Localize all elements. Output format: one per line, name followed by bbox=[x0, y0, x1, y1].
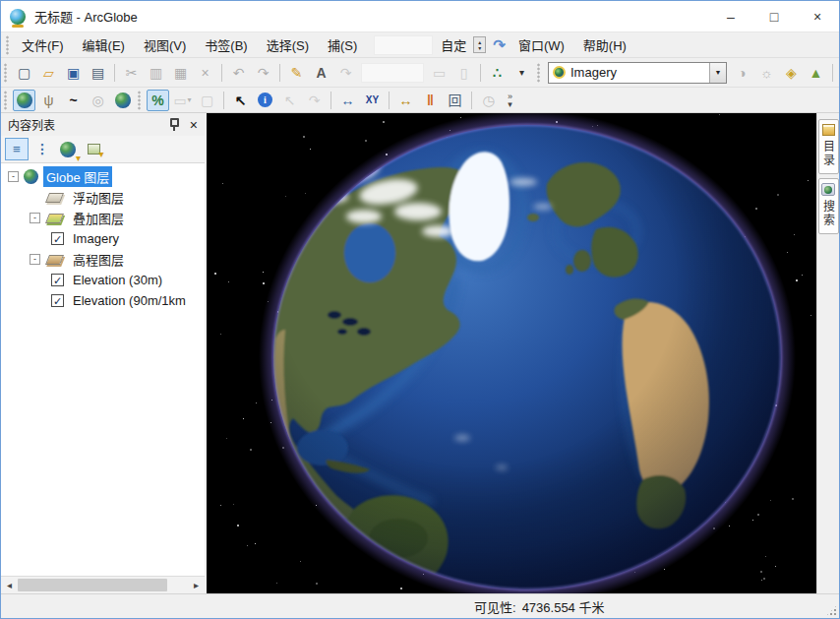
viewer-window-button[interactable]: 回 bbox=[444, 90, 466, 111]
scroll-right-arrow[interactable]: ▸ bbox=[188, 577, 205, 593]
list-by-drawing-order-button[interactable]: ≡ bbox=[5, 138, 29, 160]
toolbar-grip[interactable] bbox=[537, 63, 540, 83]
terrain-layer-icon bbox=[45, 255, 64, 265]
measure-button[interactable]: ↔ bbox=[394, 90, 417, 111]
list-by-selection-button[interactable] bbox=[82, 138, 105, 160]
tree-item-elevation-90m[interactable]: ✓Elevation (90m/1km bbox=[1, 290, 205, 311]
menu-item-1[interactable]: 文件(F) bbox=[14, 32, 72, 57]
layers-gray-layer-icon bbox=[45, 193, 64, 203]
redo-button: ↷ bbox=[252, 62, 274, 84]
globe-viewport[interactable] bbox=[207, 113, 816, 593]
minimize-button[interactable]: – bbox=[709, 1, 752, 31]
toolbar-separator bbox=[114, 64, 115, 82]
toolbar-overflow-button[interactable]: »▾ bbox=[503, 93, 517, 108]
pin-icon[interactable] bbox=[168, 118, 180, 131]
list-by-visibility-button[interactable] bbox=[56, 138, 80, 160]
fly-between-button[interactable]: ↔ bbox=[336, 90, 359, 111]
list-by-visibility-icon bbox=[60, 142, 76, 157]
print-button[interactable]: ▤ bbox=[87, 62, 109, 84]
tree-horizontal-scrollbar[interactable]: ◂ ▸ bbox=[1, 576, 205, 593]
center-target-icon: ◎ bbox=[91, 93, 103, 107]
toolbar-menu-caret-button[interactable]: ▾ bbox=[510, 62, 533, 84]
rotate-view-icon: ↷ bbox=[309, 93, 321, 107]
layer-checkbox[interactable]: ✓ bbox=[51, 274, 64, 286]
layer-combo[interactable]: Imagery▼ bbox=[548, 62, 727, 84]
walk-tool-button[interactable]: ‖ bbox=[419, 90, 442, 111]
menu-item-4[interactable]: 书签(B) bbox=[197, 32, 255, 57]
list-by-drawing-order-icon: ≡ bbox=[13, 142, 21, 156]
tree-item-elevation-layers[interactable]: -高程图层 bbox=[1, 249, 205, 270]
maximize-button[interactable]: □ bbox=[752, 1, 796, 31]
tree-item-draped-layers[interactable]: -叠加图层 bbox=[1, 208, 205, 228]
toolbar-grip[interactable] bbox=[138, 91, 141, 110]
identify-button[interactable]: i bbox=[254, 90, 276, 111]
layer-combo-dropdown[interactable]: ▼ bbox=[709, 63, 726, 83]
layer-checkbox[interactable]: ✓ bbox=[51, 294, 64, 307]
extent-box-icon: ▢ bbox=[201, 93, 213, 107]
zoom-percent-button[interactable]: % bbox=[147, 90, 169, 111]
map-frame-icon: ▭ bbox=[433, 66, 446, 80]
contrast-icon: ◑ bbox=[738, 66, 746, 80]
tree-item-imagery[interactable]: ✓Imagery bbox=[1, 228, 205, 249]
contents-toolbar: ≡⋮ bbox=[1, 136, 205, 162]
modelbuilder-button[interactable]: ∴ bbox=[486, 62, 509, 84]
go-to-xy-button[interactable]: XY bbox=[361, 90, 384, 111]
brightness-button: ☼ bbox=[755, 62, 778, 84]
menu-item-5[interactable]: 选择(S) bbox=[259, 32, 317, 57]
swipe-layer-button[interactable]: ◈ bbox=[780, 62, 803, 84]
arcglobe-app-icon bbox=[10, 9, 26, 25]
expander-collapse-icon[interactable]: - bbox=[8, 171, 19, 182]
curved-arrow-icon[interactable]: ↷ bbox=[493, 36, 506, 54]
sketch-pencil-button[interactable]: ✎ bbox=[285, 62, 308, 84]
toolbar-overlay-blank bbox=[361, 63, 424, 83]
layer-checkbox[interactable]: ✓ bbox=[51, 232, 64, 245]
list-by-source-button[interactable]: ⋮ bbox=[30, 138, 54, 160]
label-button[interactable]: A bbox=[310, 62, 332, 84]
cut-icon: ✂ bbox=[126, 66, 138, 80]
paste-button: ▦ bbox=[169, 62, 192, 84]
menu-item-3[interactable]: 视图(V) bbox=[136, 32, 194, 57]
paste-icon: ▦ bbox=[174, 66, 187, 80]
pyramid-button[interactable]: ▲ bbox=[805, 62, 827, 84]
pan-button[interactable]: ψ bbox=[37, 90, 60, 111]
menu-item-customize[interactable]: 自定 bbox=[439, 32, 468, 57]
scroll-left-arrow[interactable]: ◂ bbox=[1, 577, 18, 593]
resize-grip[interactable] bbox=[825, 604, 838, 617]
layer-tree: -Globe 图层浮动图层-叠加图层✓Imagery-高程图层✓Elevatio… bbox=[1, 162, 205, 576]
new-document-icon: ▢ bbox=[18, 66, 30, 80]
menu-item-help[interactable]: 帮助(H) bbox=[575, 32, 634, 57]
dock-tab-label: 目录 bbox=[820, 140, 837, 167]
menu-item-6[interactable]: 捕(S) bbox=[320, 32, 365, 57]
tree-item-globe-layer[interactable]: -Globe 图层 bbox=[1, 166, 205, 187]
menu-item-window[interactable]: 窗口(W) bbox=[510, 32, 572, 57]
tree-item-floating-layers[interactable]: 浮动图层 bbox=[1, 187, 205, 208]
navigate-globe-button[interactable] bbox=[13, 90, 35, 111]
contrast-button: ◑ bbox=[731, 62, 753, 84]
spinner-icon[interactable]: ▴ ▾ bbox=[473, 36, 486, 53]
expander-collapse-icon[interactable]: - bbox=[30, 213, 40, 223]
menu-item-2[interactable]: 编辑(E) bbox=[75, 32, 133, 57]
fly-button[interactable]: ~ bbox=[62, 90, 85, 111]
full-extent-button[interactable] bbox=[111, 90, 134, 111]
dock-tab-search[interactable]: 搜索 bbox=[818, 178, 839, 234]
close-button[interactable]: × bbox=[796, 1, 839, 31]
contents-close-button[interactable]: × bbox=[188, 117, 200, 133]
dock-tab-catalog[interactable]: 目录 bbox=[818, 119, 839, 174]
toolbar-menu-caret-icon: ▾ bbox=[519, 68, 524, 78]
toolbar-separator bbox=[389, 92, 390, 109]
fixed-zoom-icon: ▭ bbox=[173, 93, 186, 107]
scrollbar-thumb[interactable] bbox=[18, 579, 167, 591]
tree-item-elevation-30m[interactable]: ✓Elevation (30m) bbox=[1, 270, 205, 290]
menubar-grip[interactable] bbox=[6, 35, 9, 55]
save-button[interactable]: ▣ bbox=[62, 62, 85, 84]
toolbar-grip[interactable] bbox=[4, 63, 7, 83]
open-button[interactable]: ▱ bbox=[37, 62, 60, 84]
expander-collapse-icon[interactable]: - bbox=[30, 254, 40, 265]
select-features-button[interactable]: ↖ bbox=[229, 90, 252, 111]
new-document-button[interactable]: ▢ bbox=[13, 62, 35, 84]
toolbar-grip[interactable] bbox=[4, 91, 7, 110]
scrollbar-track[interactable] bbox=[18, 579, 188, 591]
tree-item-label: Elevation (90m/1km bbox=[70, 292, 189, 309]
undo-icon: ↶ bbox=[233, 66, 245, 80]
navigate-globe-icon bbox=[17, 93, 32, 108]
